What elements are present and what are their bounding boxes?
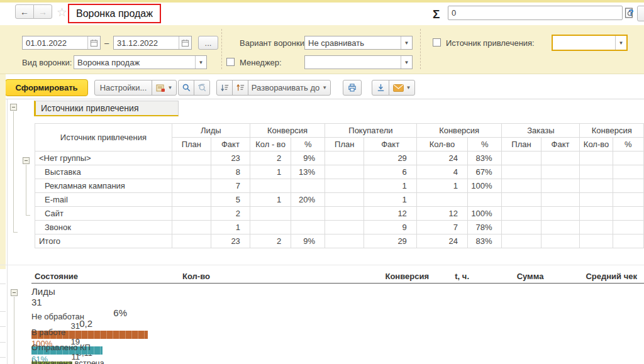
- source-name-cell[interactable]: Рекламная кампания: [35, 179, 172, 193]
- sum-field[interactable]: 0: [448, 6, 623, 20]
- value-cell[interactable]: 29: [364, 152, 416, 165]
- report-variants-button[interactable]: ▼: [152, 80, 177, 96]
- manager-select[interactable]: ▼: [304, 55, 413, 69]
- source-name-cell[interactable]: Выставка: [35, 165, 172, 179]
- period-to-value[interactable]: 31.12.2022: [114, 38, 179, 48]
- value-cell[interactable]: 2: [250, 234, 291, 248]
- source-name-cell[interactable]: Итого: [35, 234, 172, 248]
- value-cell[interactable]: [613, 152, 643, 165]
- subheader[interactable]: Кол-во: [580, 138, 613, 152]
- generate-button[interactable]: Сформировать: [5, 79, 88, 96]
- leads-label[interactable]: Лиды: [31, 286, 644, 297]
- value-cell[interactable]: 12: [364, 207, 416, 221]
- value-cell[interactable]: 83%: [467, 152, 501, 165]
- value-cell[interactable]: [325, 193, 364, 207]
- value-cell[interactable]: 67%: [467, 165, 501, 179]
- value-cell[interactable]: 5: [211, 193, 250, 207]
- value-cell[interactable]: [541, 193, 580, 207]
- value-cell[interactable]: [580, 152, 613, 165]
- print-button[interactable]: [343, 80, 362, 96]
- section-title-cell[interactable]: Источники привлечения: [34, 101, 179, 116]
- value-cell[interactable]: [580, 193, 613, 207]
- value-cell[interactable]: 7: [416, 221, 467, 234]
- period-more-button[interactable]: ...: [198, 36, 218, 50]
- value-cell[interactable]: [541, 152, 580, 165]
- settings-button[interactable]: Настройки...: [94, 80, 152, 96]
- period-to-field[interactable]: 31.12.2022: [113, 36, 192, 50]
- value-cell[interactable]: [325, 165, 364, 179]
- value-cell[interactable]: [613, 221, 643, 234]
- value-cell[interactable]: [172, 193, 211, 207]
- source-name-cell[interactable]: Звонок: [35, 221, 172, 234]
- value-cell[interactable]: [250, 221, 291, 234]
- header-count[interactable]: Кол-во: [182, 272, 210, 281]
- value-cell[interactable]: 9%: [291, 234, 325, 248]
- funnel-stage-label[interactable]: Не обработан: [31, 312, 644, 321]
- value-cell[interactable]: [541, 179, 580, 193]
- value-cell[interactable]: [325, 179, 364, 193]
- value-cell[interactable]: [172, 234, 211, 248]
- value-cell[interactable]: [541, 207, 580, 221]
- subheader[interactable]: %: [467, 138, 501, 152]
- subheader[interactable]: Кол - во: [250, 138, 291, 152]
- value-cell[interactable]: 78%: [467, 221, 501, 234]
- value-cell[interactable]: 1: [364, 179, 416, 193]
- header-leads[interactable]: Лиды: [172, 124, 250, 138]
- favorite-star-icon[interactable]: ☆: [57, 5, 67, 19]
- header-time[interactable]: t, ч.: [409, 272, 469, 281]
- value-cell[interactable]: [502, 207, 541, 221]
- value-cell[interactable]: 29: [364, 234, 416, 248]
- value-cell[interactable]: 9: [364, 221, 416, 234]
- chevron-down-icon[interactable]: ▼: [615, 36, 626, 50]
- value-cell[interactable]: [416, 193, 467, 207]
- value-cell[interactable]: [172, 152, 211, 165]
- header-source[interactable]: Источник привлечения: [35, 124, 172, 152]
- value-cell[interactable]: [172, 207, 211, 221]
- value-cell[interactable]: 83%: [467, 234, 501, 248]
- value-cell[interactable]: 20%: [291, 193, 325, 207]
- header-orders[interactable]: Заказы: [502, 124, 580, 138]
- value-cell[interactable]: [613, 193, 643, 207]
- forward-button[interactable]: →: [33, 4, 52, 19]
- value-cell[interactable]: 24: [416, 152, 467, 165]
- value-cell[interactable]: 9%: [291, 152, 325, 165]
- header-buyers[interactable]: Покупатели: [325, 124, 417, 138]
- value-cell[interactable]: [502, 221, 541, 234]
- value-cell[interactable]: [580, 221, 613, 234]
- value-cell[interactable]: [325, 234, 364, 248]
- header-conversion[interactable]: Конверсия: [250, 124, 325, 138]
- search-button[interactable]: [178, 80, 194, 96]
- help-button[interactable]: ?: [628, 8, 634, 18]
- value-cell[interactable]: 2: [250, 152, 291, 165]
- value-cell[interactable]: [580, 165, 613, 179]
- chevron-down-icon[interactable]: ▼: [401, 36, 412, 49]
- value-cell[interactable]: [250, 207, 291, 221]
- value-cell[interactable]: [502, 165, 541, 179]
- header-avg-check[interactable]: Средний чек: [541, 272, 637, 281]
- save-export-button[interactable]: [372, 80, 389, 96]
- manager-checkbox[interactable]: [226, 58, 235, 66]
- value-cell[interactable]: [250, 179, 291, 193]
- source-select[interactable]: ▼: [552, 35, 628, 51]
- send-email-button[interactable]: ▼: [389, 80, 415, 96]
- variant-select[interactable]: Не сравнивать ▼: [304, 36, 413, 50]
- value-cell[interactable]: 1: [364, 193, 416, 207]
- value-cell[interactable]: [325, 207, 364, 221]
- value-cell[interactable]: [541, 165, 580, 179]
- sort-descending-button[interactable]: [216, 80, 233, 96]
- value-cell[interactable]: [502, 193, 541, 207]
- funnel-stage-label[interactable]: В работе: [31, 328, 644, 337]
- value-cell[interactable]: 100%: [467, 207, 501, 221]
- value-cell[interactable]: 13%: [291, 165, 325, 179]
- subheader[interactable]: Факт: [364, 138, 416, 152]
- value-cell[interactable]: 1: [416, 179, 467, 193]
- subheader[interactable]: %: [291, 138, 325, 152]
- value-cell[interactable]: 23: [211, 152, 250, 165]
- funnel-kind-select[interactable]: Воронка продаж ▼: [74, 55, 207, 69]
- chevron-down-icon[interactable]: ▼: [401, 56, 412, 69]
- value-cell[interactable]: [172, 221, 211, 234]
- calendar-icon[interactable]: [179, 36, 191, 49]
- value-cell[interactable]: 12: [416, 207, 467, 221]
- collapse-group-no-group[interactable]: [23, 157, 30, 164]
- value-cell[interactable]: [613, 234, 643, 248]
